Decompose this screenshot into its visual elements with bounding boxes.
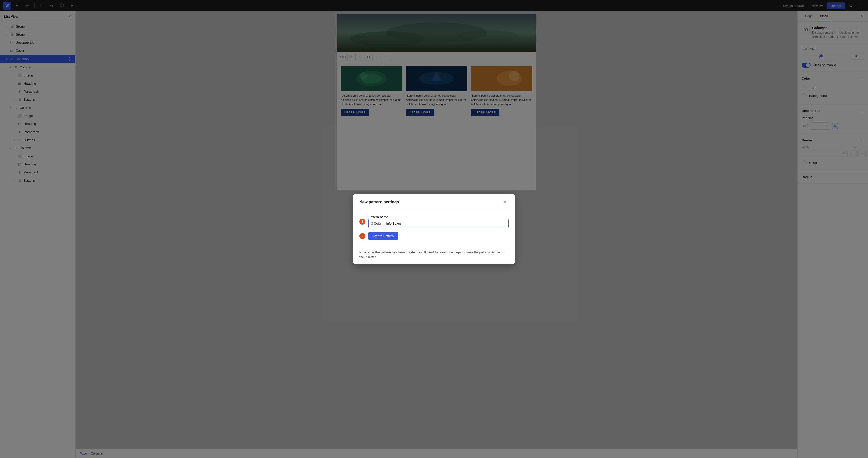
modal-title: New pattern settings bbox=[359, 200, 399, 204]
pattern-name-label: Pattern name bbox=[368, 215, 388, 219]
step-1-badge: 1 bbox=[359, 219, 365, 225]
new-pattern-modal: New pattern settings ✕ 1 Pattern name 2 … bbox=[353, 194, 434, 229]
modal-field-wrap: 1 Pattern name bbox=[359, 215, 434, 228]
modal-overlay: New pattern settings ✕ 1 Pattern name 2 … bbox=[0, 0, 434, 229]
modal-header: New pattern settings ✕ bbox=[353, 194, 434, 210]
pattern-name-input[interactable] bbox=[368, 219, 434, 228]
pattern-name-field-group: 1 Pattern name bbox=[359, 215, 434, 228]
modal-body: 1 Pattern name 2 Create Pattern Note: af… bbox=[353, 210, 434, 229]
